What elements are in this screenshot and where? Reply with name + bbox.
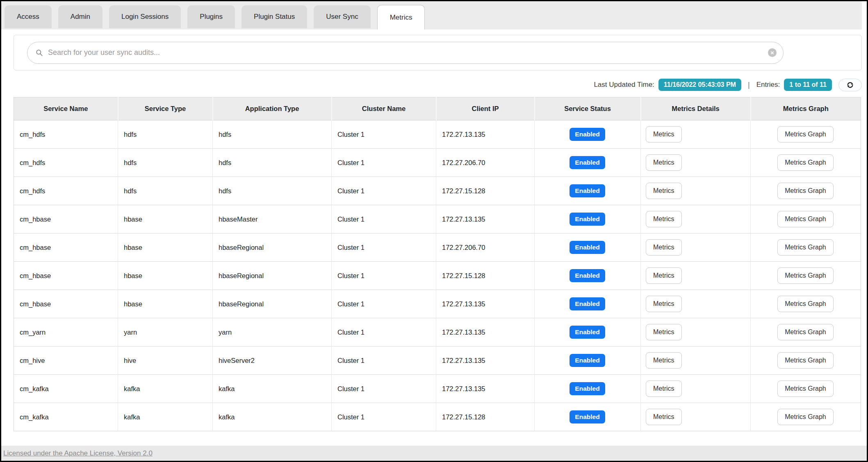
table-row: cm_kafkakafkakafkaCluster 1172.27.15.128… [14,403,861,431]
metrics-graph-cell: Metrics Graph [751,262,861,290]
column-header-metrics-graph: Metrics Graph [751,97,861,120]
client-ip-cell: 172.27.13.135 [436,346,535,375]
tab-bar: AccessAdminLogin SessionsPluginsPlugin S… [1,1,862,29]
client-ip-cell: 172.27.206.70 [436,149,535,177]
metrics-graph-button[interactable]: Metrics Graph [777,183,833,199]
metrics-details-cell: Metrics [641,290,751,318]
service-name-cell: cm_hdfs [14,120,118,149]
metrics-graph-button[interactable]: Metrics Graph [777,296,833,312]
metrics-button[interactable]: Metrics [646,267,682,284]
metrics-graph-button[interactable]: Metrics Graph [777,324,833,340]
metrics-graph-cell: Metrics Graph [751,375,861,403]
metrics-button[interactable]: Metrics [646,409,682,425]
tab-plugins[interactable]: Plugins [187,5,235,28]
tab-metrics[interactable]: Metrics [377,5,425,29]
client-ip-cell: 172.27.15.128 [436,262,535,290]
metrics-button[interactable]: Metrics [646,296,682,312]
table-row: cm_hbasehbasehbaseRegionalCluster 1172.2… [14,233,861,262]
metrics-graph-cell: Metrics Graph [751,120,861,149]
tab-plugin-status[interactable]: Plugin Status [241,5,307,28]
application-type-cell: kafka [213,403,332,431]
cluster-name-cell: Cluster 1 [332,346,436,375]
metrics-button[interactable]: Metrics [646,183,682,199]
status-badge: Enabled [570,382,605,395]
cluster-name-cell: Cluster 1 [332,177,436,205]
metrics-graph-button[interactable]: Metrics Graph [777,409,833,425]
status-badge: Enabled [570,410,605,424]
service-type-cell: hive [118,346,213,375]
metrics-graph-button[interactable]: Metrics Graph [777,126,833,143]
service-status-cell: Enabled [535,149,641,177]
application-type-cell: yarn [213,318,332,346]
metrics-button[interactable]: Metrics [646,380,682,397]
metrics-graph-button[interactable]: Metrics Graph [777,267,833,284]
metrics-details-cell: Metrics [641,318,751,346]
application-type-cell: hbaseRegional [213,290,332,318]
service-type-cell: yarn [118,318,213,346]
metrics-graph-button[interactable]: Metrics Graph [777,380,833,397]
service-status-cell: Enabled [535,346,641,375]
clear-icon[interactable]: × [768,48,777,57]
application-type-cell: hdfs [213,120,332,149]
footer-bar: Licensed under the Apache License, Versi… [1,446,867,461]
search-input[interactable] [47,48,768,57]
search-box: × [27,42,784,64]
metrics-graph-button[interactable]: Metrics Graph [777,211,833,227]
table-row: cm_hdfshdfshdfsCluster 1172.27.206.70Ena… [14,149,861,177]
metrics-graph-button[interactable]: Metrics Graph [777,352,833,369]
cluster-name-cell: Cluster 1 [332,262,436,290]
status-badge: Enabled [570,213,605,226]
metrics-button[interactable]: Metrics [646,239,682,256]
service-status-cell: Enabled [535,205,641,233]
client-ip-cell: 172.27.15.128 [436,403,535,431]
cluster-name-cell: Cluster 1 [332,375,436,403]
metrics-details-cell: Metrics [641,149,751,177]
client-ip-cell: 172.27.15.128 [436,177,535,205]
service-type-cell: kafka [118,403,213,431]
status-badge: Enabled [570,241,605,254]
status-badge: Enabled [570,128,605,141]
service-name-cell: cm_kafka [14,403,118,431]
table-body: cm_hdfshdfshdfsCluster 1172.27.13.135Ena… [14,120,861,431]
metrics-graph-cell: Metrics Graph [751,403,861,431]
metrics-button[interactable]: Metrics [646,126,682,143]
table-row: cm_hbasehbasehbaseRegionalCluster 1172.2… [14,262,861,290]
status-badge: Enabled [570,297,605,310]
metrics-details-cell: Metrics [641,346,751,375]
license-link[interactable]: Licensed under the Apache License, Versi… [3,449,153,457]
metrics-details-cell: Metrics [641,205,751,233]
table-row: cm_hbasehbasehbaseMasterCluster 1172.27.… [14,205,861,233]
tab-user-sync[interactable]: User Sync [314,5,370,28]
tab-login-sessions[interactable]: Login Sessions [109,5,181,28]
service-type-cell: hdfs [118,120,213,149]
cluster-name-cell: Cluster 1 [332,290,436,318]
service-type-cell: hbase [118,290,213,318]
service-type-cell: hbase [118,262,213,290]
service-status-cell: Enabled [535,233,641,262]
metrics-graph-cell: Metrics Graph [751,149,861,177]
column-header-service-name: Service Name [14,97,118,120]
service-status-cell: Enabled [535,403,641,431]
service-name-cell: cm_hbase [14,205,118,233]
metrics-button[interactable]: Metrics [646,154,682,171]
refresh-button[interactable] [838,79,862,91]
service-type-cell: hbase [118,205,213,233]
metrics-graph-button[interactable]: Metrics Graph [777,154,833,171]
tab-admin[interactable]: Admin [58,5,103,28]
tab-access[interactable]: Access [5,5,52,28]
metrics-button[interactable]: Metrics [646,352,682,369]
table-row: cm_hdfshdfshdfsCluster 1172.27.15.128Ena… [14,177,861,205]
cluster-name-cell: Cluster 1 [332,205,436,233]
application-type-cell: hbaseRegional [213,233,332,262]
table-header-row: Service NameService TypeApplication Type… [14,97,861,120]
metrics-graph-button[interactable]: Metrics Graph [777,239,833,256]
table-row: cm_kafkakafkakafkaCluster 1172.27.13.135… [14,375,861,403]
application-type-cell: hbaseRegional [213,262,332,290]
metrics-button[interactable]: Metrics [646,211,682,227]
service-type-cell: hdfs [118,177,213,205]
service-status-cell: Enabled [535,375,641,403]
metrics-details-cell: Metrics [641,233,751,262]
metrics-details-cell: Metrics [641,403,751,431]
refresh-icon [846,81,854,89]
metrics-button[interactable]: Metrics [646,324,682,340]
